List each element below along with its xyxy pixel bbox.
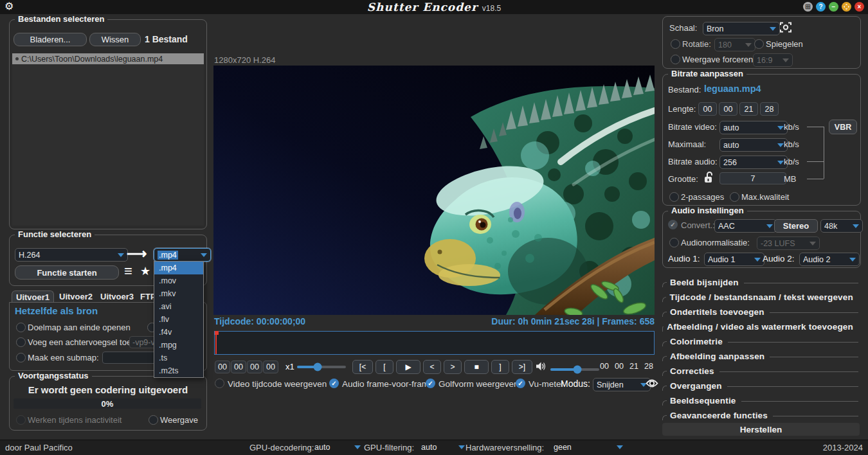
video-bitrate-select[interactable]: auto	[719, 121, 788, 134]
vu-meter-checkbox[interactable]	[516, 379, 525, 388]
hw-accel-select[interactable]: geen	[550, 442, 626, 453]
vbr-button[interactable]: VBR	[829, 120, 857, 134]
section-colorimetry[interactable]: Colorimetrie	[662, 334, 860, 348]
play-button[interactable]: ▶	[396, 360, 420, 374]
section-image-sequence[interactable]: Beeldsequentie	[662, 393, 860, 407]
menu-icon[interactable]: ≡	[124, 263, 132, 280]
length-hours-box[interactable]: 00	[698, 102, 717, 116]
audio1-select[interactable]: Audio 1	[704, 253, 764, 266]
dropdown-option-mov[interactable]: .mov	[154, 274, 203, 287]
tab-uitvoer2[interactable]: Uitvoer2	[59, 290, 93, 302]
rotation-value: 180	[718, 40, 743, 49]
browse-button[interactable]: Bladeren...	[14, 33, 87, 46]
same-as-source-link[interactable]: Hetzelfde als bron	[15, 305, 98, 316]
file-row[interactable]: C:\Users\Toon\Downloads\leguaan.mp4	[12, 53, 204, 64]
normalize-radio[interactable]	[669, 238, 679, 247]
tab-uitvoer3[interactable]: Uitvoer3	[100, 290, 134, 302]
in-minutes-box[interactable]: 00	[231, 361, 246, 373]
dropdown-option-mpg[interactable]: .mpg	[154, 339, 203, 352]
maximize-icon[interactable]	[842, 2, 851, 12]
stop-button[interactable]: ■	[464, 360, 489, 374]
dropdown-option-ts[interactable]: .ts	[154, 352, 203, 364]
lock-open-icon[interactable]	[704, 172, 714, 186]
volume-icon[interactable]	[536, 362, 546, 373]
favorite-star-icon[interactable]: ★	[140, 264, 150, 278]
max-bitrate-select[interactable]: auto	[719, 138, 788, 152]
start-function-button[interactable]: Functie starten	[15, 265, 119, 280]
step-back-button[interactable]: <	[423, 360, 441, 374]
mirror-radio[interactable]	[754, 39, 764, 49]
speed-slider[interactable]	[297, 366, 346, 368]
playhead[interactable]	[215, 332, 217, 354]
go-to-end-button[interactable]: >]	[512, 360, 532, 374]
audio-bitrate-select[interactable]: 256	[719, 156, 788, 169]
reset-button[interactable]: Herstellen	[662, 423, 860, 436]
section-timecode-text[interactable]: Tijdcode / bestandsnaam / tekst weergeve…	[662, 290, 860, 304]
section-corrections[interactable]: Correcties	[662, 364, 860, 378]
dropdown-option-mkv[interactable]: .mkv	[154, 287, 203, 300]
eye-icon[interactable]	[646, 379, 658, 390]
gpu-decode-select[interactable]: auto	[311, 442, 364, 453]
out-frames-box[interactable]: 28	[642, 361, 655, 372]
suffix-radio[interactable]	[16, 337, 26, 347]
speed-slider-thumb[interactable]	[313, 363, 321, 371]
mode-select[interactable]: Snijden	[593, 378, 651, 391]
out-seconds-box[interactable]: 21	[628, 361, 640, 372]
codec-select[interactable]: H.264	[15, 248, 128, 262]
out-minutes-box[interactable]: 00	[613, 361, 626, 372]
mark-out-button[interactable]: ]	[491, 360, 509, 374]
close-icon[interactable]: ×	[854, 2, 864, 12]
samplerate-select[interactable]: 48k	[820, 219, 863, 233]
length-frames-box[interactable]: 28	[760, 102, 779, 116]
gpu-filter-select[interactable]: auto	[418, 442, 468, 453]
dropdown-option-mp4[interactable]: .mp4	[154, 262, 203, 274]
convert-checkbox[interactable]	[668, 220, 678, 229]
force-display-radio[interactable]	[671, 55, 680, 64]
open-folder-radio[interactable]	[16, 323, 26, 332]
minimize-icon[interactable]: −	[829, 2, 838, 12]
channels-button[interactable]: Stereo	[774, 219, 818, 233]
section-subtitles[interactable]: Ondertitels toevoegen	[662, 305, 860, 319]
dropdown-option-flv[interactable]: .flv	[154, 313, 203, 326]
container-format-combo[interactable]: .mp4	[154, 248, 211, 262]
mark-in-button[interactable]: [	[375, 360, 393, 374]
section-advanced[interactable]: Geavanceerde functies	[662, 408, 860, 422]
waveform-checkbox[interactable]	[426, 379, 435, 388]
volume-slider-thumb[interactable]	[573, 366, 581, 374]
out-hours-box[interactable]: 00	[598, 361, 611, 372]
capture-frame-icon[interactable]	[780, 22, 791, 35]
audio-frame-checkbox[interactable]	[329, 379, 339, 388]
volume-slider[interactable]	[550, 368, 599, 371]
dropdown-option-avi[interactable]: .avi	[154, 300, 203, 313]
section-watermark[interactable]: Afbeelding / video als watermerk toevoeg…	[662, 319, 860, 334]
in-seconds-box[interactable]: 00	[247, 361, 262, 373]
clear-button[interactable]: Wissen	[89, 33, 141, 46]
size-input[interactable]	[719, 172, 786, 184]
dropdown-option-f4v[interactable]: .f4v	[154, 326, 203, 339]
dropdown-option-m2ts[interactable]: .m2ts	[154, 364, 203, 377]
max-quality-radio[interactable]	[730, 192, 739, 202]
section-image-adjust[interactable]: Afbeelding aanpassen	[662, 349, 860, 363]
container-format-value: .mp4	[158, 251, 178, 260]
display-radio[interactable]	[149, 415, 158, 425]
in-hours-box[interactable]: 00	[215, 361, 230, 373]
tab-uitvoer1[interactable]: Uitvoer1	[12, 290, 54, 303]
submap-radio[interactable]	[16, 353, 26, 362]
two-pass-radio[interactable]	[669, 192, 679, 202]
scale-select[interactable]: Bron	[703, 22, 780, 35]
rotation-radio[interactable]	[671, 39, 680, 49]
go-to-start-button[interactable]: [<	[352, 360, 373, 374]
in-frames-box[interactable]: 00	[263, 361, 278, 373]
section-crop[interactable]: Beeld bijsnijden	[662, 275, 860, 289]
timeline[interactable]	[214, 331, 655, 355]
section-transitions[interactable]: Overgangen	[662, 379, 860, 393]
audio2-select[interactable]: Audio 2	[799, 253, 860, 266]
layout-grid-icon[interactable]: ⊞	[803, 2, 813, 12]
help-icon[interactable]: ?	[816, 2, 826, 12]
audio-codec-select[interactable]: AAC	[714, 219, 777, 233]
video-bitrate-value: auto	[723, 123, 775, 132]
video-timecode-checkbox[interactable]	[215, 379, 224, 388]
length-minutes-box[interactable]: 00	[719, 102, 737, 116]
step-forward-button[interactable]: >	[444, 360, 462, 374]
length-seconds-box[interactable]: 21	[739, 102, 758, 116]
